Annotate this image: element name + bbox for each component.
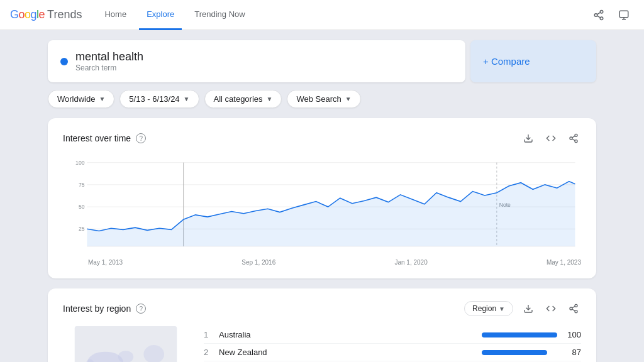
chart-title-row: Interest over time ? bbox=[63, 133, 146, 143]
chevron-down-icon: ▼ bbox=[184, 96, 190, 102]
nav-trending-now[interactable]: Trending Now bbox=[187, 0, 252, 30]
svg-line-3 bbox=[597, 16, 600, 18]
embed-button[interactable] bbox=[543, 131, 558, 146]
region-embed-button[interactable] bbox=[543, 301, 558, 316]
svg-point-2 bbox=[600, 17, 603, 20]
region-bar-container bbox=[482, 332, 557, 337]
svg-rect-5 bbox=[619, 11, 628, 18]
region-item-australia: 1 Australia 100 bbox=[204, 326, 581, 344]
x-axis-labels: May 1, 2013 Sep 1, 2016 Jan 1, 2020 May … bbox=[63, 256, 581, 266]
help-icon[interactable]: ? bbox=[136, 133, 146, 143]
trends-wordmark: Trends bbox=[47, 8, 82, 21]
svg-point-29 bbox=[575, 310, 577, 313]
svg-point-1 bbox=[594, 13, 597, 16]
search-dot bbox=[60, 58, 68, 65]
svg-text:50: 50 bbox=[79, 204, 85, 211]
region-content: 1 Australia 100 2 New Zealand 87 bbox=[63, 326, 581, 362]
main-content: mental health Search term + Compare Worl… bbox=[33, 30, 611, 362]
chevron-down-icon: ▼ bbox=[499, 305, 505, 312]
compare-label: + Compare bbox=[483, 56, 530, 67]
feedback-button[interactable] bbox=[614, 5, 634, 25]
region-name: New Zealand bbox=[219, 348, 477, 357]
svg-point-0 bbox=[600, 10, 603, 13]
chevron-down-icon: ▼ bbox=[267, 96, 273, 102]
logo: Google Trends bbox=[10, 8, 82, 21]
chart-header: Interest over time ? bbox=[63, 131, 581, 146]
nav-explore[interactable]: Explore bbox=[139, 0, 182, 30]
x-label-2020: Jan 1, 2020 bbox=[394, 259, 427, 266]
region-rank: 1 bbox=[204, 330, 214, 339]
search-term-label: Search term bbox=[75, 63, 143, 72]
chevron-down-icon: ▼ bbox=[99, 96, 105, 102]
svg-line-12 bbox=[572, 139, 575, 141]
filter-row: Worldwide ▼ 5/13 - 6/13/24 ▼ All categor… bbox=[48, 90, 596, 108]
interest-over-time-card: Interest over time ? bbox=[48, 118, 596, 278]
filter-search-type-label: Web Search bbox=[296, 94, 341, 104]
world-map-svg bbox=[63, 326, 189, 362]
chart-title: Interest over time bbox=[63, 133, 131, 143]
filter-location-label: Worldwide bbox=[57, 94, 95, 104]
filter-date[interactable]: 5/13 - 6/13/24 ▼ bbox=[119, 90, 199, 108]
region-bar bbox=[482, 350, 547, 355]
region-title: Interest by region bbox=[63, 304, 131, 314]
svg-line-31 bbox=[572, 306, 575, 308]
region-select-label: Region bbox=[472, 304, 496, 313]
svg-line-4 bbox=[597, 12, 600, 14]
filter-search-type[interactable]: Web Search ▼ bbox=[287, 90, 360, 108]
chevron-down-icon: ▼ bbox=[345, 96, 352, 102]
search-term-text: mental health bbox=[75, 50, 143, 63]
x-label-2016: Sep 1, 2016 bbox=[242, 259, 275, 266]
search-row: mental health Search term + Compare bbox=[48, 40, 596, 82]
interest-by-region-card: Interest by region ? Region ▼ bbox=[48, 288, 596, 362]
app-header: Google Trends Home Explore Trending Now bbox=[0, 0, 644, 30]
region-value: 87 bbox=[562, 348, 581, 357]
svg-point-11 bbox=[575, 140, 577, 143]
x-label-2023: May 1, 2023 bbox=[547, 259, 581, 266]
svg-text:75: 75 bbox=[79, 182, 85, 189]
filter-category-label: All categories bbox=[214, 94, 263, 104]
region-help-icon[interactable]: ? bbox=[136, 304, 146, 314]
region-title-row: Interest by region ? bbox=[63, 304, 146, 314]
region-bar-container bbox=[482, 350, 557, 355]
filter-category[interactable]: All categories ▼ bbox=[204, 90, 282, 108]
svg-point-28 bbox=[570, 307, 572, 310]
svg-text:25: 25 bbox=[79, 226, 85, 233]
region-actions: Region ▼ bbox=[464, 301, 581, 316]
region-share-button[interactable] bbox=[566, 301, 581, 316]
main-nav: Home Explore Trending Now bbox=[97, 0, 589, 30]
svg-point-10 bbox=[570, 137, 572, 140]
compare-button[interactable]: + Compare bbox=[470, 40, 596, 82]
svg-point-9 bbox=[575, 134, 577, 136]
region-value: 100 bbox=[562, 330, 581, 339]
svg-line-30 bbox=[572, 309, 575, 311]
svg-point-27 bbox=[575, 304, 577, 307]
region-bar bbox=[482, 332, 557, 337]
google-wordmark: Google bbox=[10, 8, 45, 21]
search-term-info: mental health Search term bbox=[75, 50, 143, 72]
header-actions bbox=[589, 5, 634, 25]
region-download-button[interactable] bbox=[521, 301, 536, 316]
region-select-button[interactable]: Region ▼ bbox=[464, 301, 513, 316]
svg-text:100: 100 bbox=[75, 159, 84, 166]
share-chart-button[interactable] bbox=[566, 131, 581, 146]
search-term-card: mental health Search term bbox=[48, 40, 465, 82]
download-button[interactable] bbox=[521, 131, 536, 146]
filter-date-label: 5/13 - 6/13/24 bbox=[129, 94, 179, 104]
region-list: 1 Australia 100 2 New Zealand 87 bbox=[204, 326, 581, 362]
filter-location[interactable]: Worldwide ▼ bbox=[48, 90, 114, 108]
share-button[interactable] bbox=[589, 5, 609, 25]
region-item-nz: 2 New Zealand 87 bbox=[204, 344, 581, 361]
chart-actions bbox=[521, 131, 581, 146]
chart-area: 100 75 50 25 Note bbox=[63, 156, 581, 256]
region-header: Interest by region ? Region ▼ bbox=[63, 301, 581, 316]
nav-home[interactable]: Home bbox=[97, 0, 134, 30]
chart-svg: 100 75 50 25 Note bbox=[63, 156, 581, 256]
region-map bbox=[63, 326, 189, 362]
region-rank: 2 bbox=[204, 348, 214, 357]
region-name: Australia bbox=[219, 330, 477, 339]
x-label-2013: May 1, 2013 bbox=[88, 259, 123, 266]
svg-line-13 bbox=[572, 136, 575, 138]
